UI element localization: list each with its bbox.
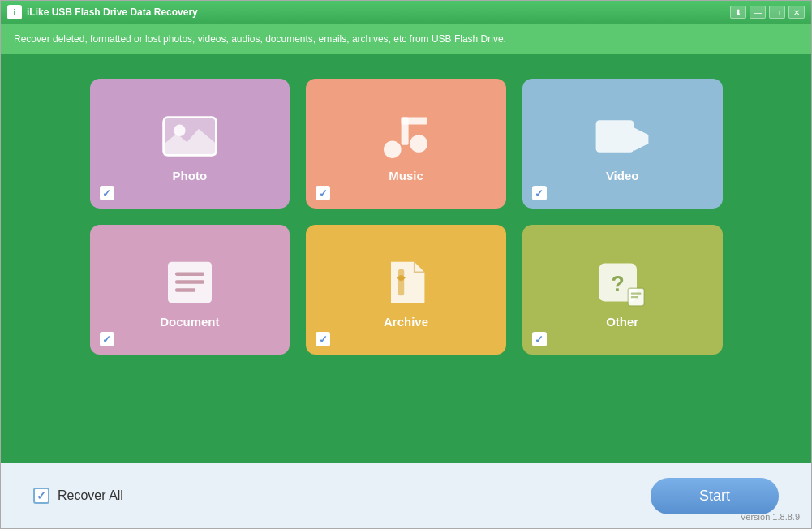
svg-rect-13 [398,269,404,295]
recover-all-section: ✓ Recover All [33,488,123,504]
app-window: i iLike USB Flash Drive Data Recovery ⬇ … [0,0,812,529]
category-card-photo[interactable]: Photo ✓ [90,79,290,209]
recover-all-checkbox[interactable]: ✓ [33,488,49,504]
main-content: Photo ✓ Music ✓ [1,54,811,463]
download-button[interactable]: ⬇ [730,6,746,19]
other-label: Other [606,315,638,329]
subtitle-bar: Recover deleted, formatted or lost photo… [1,24,811,54]
category-grid: Photo ✓ Music ✓ [90,79,723,355]
recover-all-check-icon: ✓ [37,489,46,502]
document-checkbox[interactable]: ✓ [100,332,114,346]
category-card-video[interactable]: Video ✓ [522,79,723,209]
svg-rect-11 [175,280,204,284]
svg-rect-19 [631,296,638,298]
archive-icon [376,256,435,308]
category-card-archive[interactable]: Archive ✓ [306,225,506,355]
svg-rect-12 [175,288,195,292]
music-icon [376,110,435,162]
archive-checkbox[interactable]: ✓ [316,332,330,346]
subtitle-text: Recover deleted, formatted or lost photo… [14,33,506,45]
category-card-document[interactable]: Document ✓ [90,225,290,355]
svg-text:?: ? [612,271,625,295]
close-button[interactable]: ✕ [788,6,805,19]
bottom-bar: ✓ Recover All Start [1,463,811,528]
title-bar-left: i iLike USB Flash Drive Data Recovery [7,5,198,19]
svg-rect-10 [175,272,204,276]
svg-marker-8 [634,127,649,151]
svg-rect-6 [402,117,427,124]
other-check-icon: ✓ [535,333,543,346]
title-text: iLike USB Flash Drive Data Recovery [27,6,198,18]
photo-icon [161,110,219,162]
minimize-button[interactable]: — [750,6,766,19]
photo-check-icon: ✓ [102,187,111,200]
svg-point-3 [384,140,402,158]
app-icon: i [7,5,22,19]
recover-all-label: Recover All [58,488,123,503]
music-label: Music [389,169,423,183]
other-icon: ? [593,256,651,308]
category-card-other[interactable]: ? Other ✓ [522,225,723,355]
archive-label: Archive [384,315,428,329]
other-checkbox[interactable]: ✓ [532,332,547,346]
video-label: Video [606,169,639,183]
document-label: Document [160,315,219,329]
window-controls: ⬇ — □ ✕ [730,6,805,19]
archive-check-icon: ✓ [319,333,328,346]
bottom-wrapper: ✓ Recover All Start Version 1.8.8.9 [1,463,811,528]
maximize-button[interactable]: □ [769,6,785,19]
video-icon [593,110,651,162]
version-text: Version 1.8.8.9 [741,512,800,522]
photo-label: Photo [173,169,208,183]
svg-rect-18 [631,292,642,294]
photo-checkbox[interactable]: ✓ [100,186,114,200]
svg-point-4 [410,135,428,153]
document-icon [161,256,219,308]
music-check-icon: ✓ [319,187,328,200]
video-check-icon: ✓ [535,187,543,200]
video-checkbox[interactable]: ✓ [532,186,547,200]
start-button[interactable]: Start [651,478,779,514]
title-bar: i iLike USB Flash Drive Data Recovery ⬇ … [1,1,811,24]
music-checkbox[interactable]: ✓ [316,186,330,200]
svg-rect-7 [596,120,634,153]
document-check-icon: ✓ [102,333,111,346]
category-card-music[interactable]: Music ✓ [306,79,506,209]
